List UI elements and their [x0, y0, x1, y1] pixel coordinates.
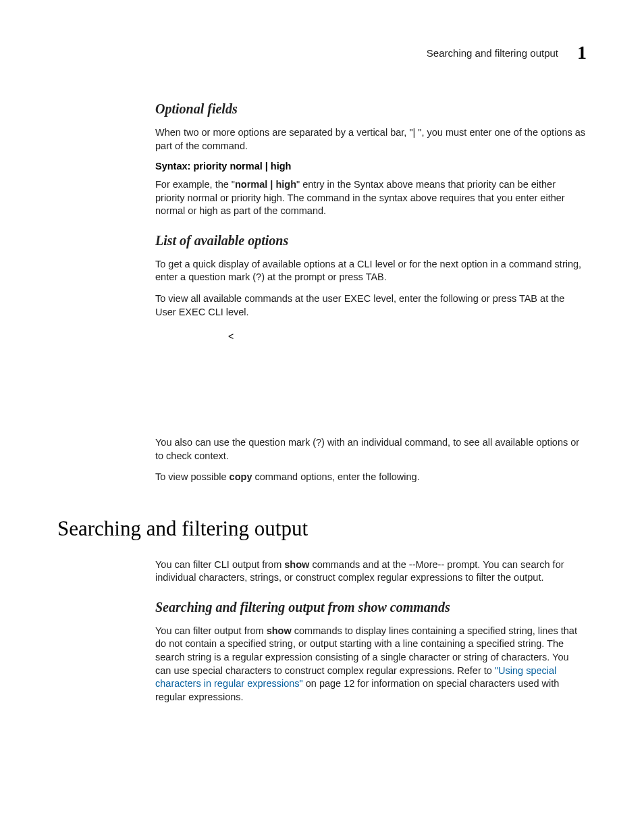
- code-fragment: <: [228, 331, 587, 342]
- inline-bold: normal | high: [235, 179, 296, 190]
- body-paragraph: When two or more options are separated b…: [155, 126, 587, 153]
- syntax-line: Syntax: priority normal | high: [155, 161, 587, 172]
- main-content: Optional fields When two or more options…: [155, 101, 587, 484]
- page-header: Searching and filtering output 1: [57, 42, 587, 63]
- running-head: Searching and filtering output: [427, 47, 558, 59]
- chapter-number: 1: [577, 42, 587, 63]
- main-content: You can filter CLI output from show comm…: [155, 558, 587, 704]
- inline-bold: copy: [230, 471, 252, 482]
- body-paragraph: You can filter CLI output from show comm…: [155, 558, 587, 585]
- body-paragraph: For example, the "normal | high" entry i…: [155, 178, 587, 218]
- inline-bold: show: [267, 625, 292, 636]
- document-page: Searching and filtering output 1 Optiona…: [0, 0, 644, 766]
- text: You can filter output from: [155, 625, 267, 636]
- text: command options, enter the following.: [252, 471, 419, 482]
- body-paragraph: To get a quick display of available opti…: [155, 258, 587, 284]
- body-paragraph: You can filter output from show commands…: [155, 625, 587, 704]
- text: To view possible: [155, 471, 230, 482]
- heading-list-options: List of available options: [155, 233, 587, 249]
- heading-searching-filtering: Searching and filtering output: [57, 517, 587, 541]
- body-paragraph: You also can use the question mark (?) w…: [155, 436, 587, 463]
- heading-show-commands: Searching and filtering output from show…: [155, 600, 587, 615]
- body-paragraph: To view possible copy command options, e…: [155, 471, 587, 484]
- text: You can filter CLI output from: [155, 559, 284, 570]
- body-paragraph: To view all available commands at the us…: [155, 292, 587, 319]
- text: For example, the ": [155, 179, 235, 190]
- inline-bold: show: [284, 559, 309, 570]
- heading-optional-fields: Optional fields: [155, 101, 587, 117]
